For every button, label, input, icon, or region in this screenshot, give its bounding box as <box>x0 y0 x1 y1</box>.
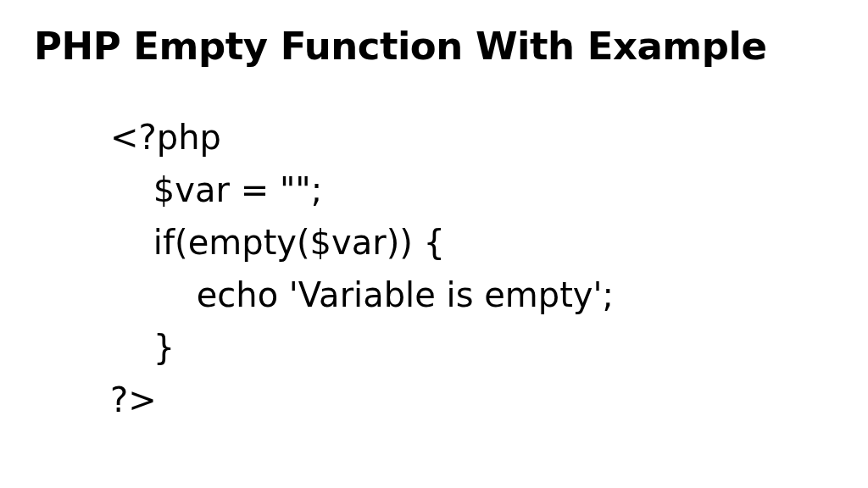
code-line-4: echo 'Variable is empty'; <box>110 275 614 314</box>
code-line-5: } <box>110 328 175 367</box>
code-line-2: $var = ""; <box>110 170 322 209</box>
code-line-6: ?> <box>110 380 157 419</box>
code-line-1: <?php <box>110 118 221 157</box>
code-line-3: if(empty($var)) { <box>110 223 445 262</box>
page-title: PHP Empty Function With Example <box>0 0 868 69</box>
code-example: <?php $var = ""; if(empty($var)) { echo … <box>0 69 868 426</box>
